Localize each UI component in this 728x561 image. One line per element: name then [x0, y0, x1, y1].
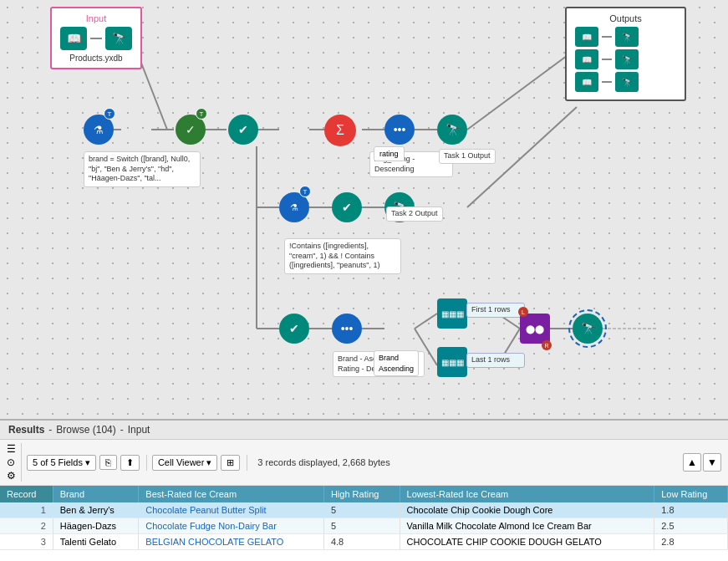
sample-icon-2: ▦▦▦ — [441, 358, 464, 367]
table-cell-3: 4.8 — [323, 534, 400, 550]
ellipsis-icon-1: ••• — [394, 123, 406, 136]
table-cell-2: BELGIAN CHOCOLATE GELATO — [139, 534, 324, 550]
browse-icon-1: 🔭 — [445, 123, 460, 136]
fields-chevron: ▾ — [85, 457, 90, 468]
filter-node-2[interactable]: ⚗ T — [279, 192, 309, 222]
cellviewer-chevron: ▾ — [206, 457, 211, 468]
toolbar-icon-settings[interactable]: ⚙ — [7, 470, 16, 482]
sample-icon-1: ▦▦▦ — [441, 309, 464, 319]
export-button[interactable]: ⬆ — [120, 455, 140, 471]
input-title: Input — [60, 13, 132, 23]
ellipsis-node-1[interactable]: ••• — [384, 115, 415, 145]
browse-node-1[interactable]: 🔭 — [437, 115, 467, 145]
join-l-badge: L — [518, 307, 528, 317]
check-icon-3: ✔ — [289, 322, 299, 335]
results-toolbar: ☰ ⊙ ⚙ 5 of 5 Fields ▾ ⎘ ⬆ Cell Viewer — [0, 440, 728, 486]
output-browse-3[interactable]: 🔭 — [615, 72, 639, 92]
table-row[interactable]: 3Talenti GelatoBELGIAN CHOCOLATE GELATO4… — [0, 534, 728, 550]
svg-line-22 — [467, 48, 577, 130]
join-icon: ⬤⬤ — [526, 324, 544, 334]
table-cell-4: Vanilla Milk Chocolate Almond Ice Cream … — [400, 518, 654, 534]
table-row[interactable]: 1Ben & Jerry'sChocolate Peanut Butter Sp… — [0, 502, 728, 518]
rating-tooltip: rating — [374, 146, 405, 161]
toolbar-icon-list[interactable]: ☰ — [7, 443, 16, 455]
results-table-container: Record Brand Best-Rated Ice Cream High R… — [0, 486, 728, 561]
filter-label: !Contains ([ingredients], "cream", 1) &&… — [284, 238, 401, 274]
check1-t-badge: T — [196, 108, 207, 120]
table-cell-5: 1.8 — [654, 502, 728, 518]
output-browse-1[interactable]: 🔭 — [615, 27, 639, 47]
green-check-icon: ✔ — [238, 123, 248, 136]
copy-icon: ⎘ — [105, 457, 111, 467]
cell-viewer-button[interactable]: Cell Viewer ▾ — [152, 455, 217, 471]
fields-label: 5 of 5 Fields — [33, 457, 83, 467]
export-icon: ⬆ — [126, 457, 134, 468]
next-arrow[interactable]: ▼ — [703, 453, 721, 472]
check-node-3[interactable]: ✔ — [279, 314, 309, 344]
col-record: Record — [0, 486, 53, 502]
sample-node-2[interactable]: ▦▦▦ — [437, 347, 467, 377]
output-book-1[interactable]: 📖 — [575, 27, 598, 47]
col-brand: Brand — [53, 486, 139, 502]
sample-node-1[interactable]: ▦▦▦ — [437, 298, 467, 329]
table-cell-4: Chocolate Chip Cookie Dough Core — [400, 502, 654, 518]
sort-direction: Ascending — [379, 364, 414, 375]
first-rows-label: First 1 rows — [466, 303, 525, 318]
formula-node[interactable]: ⚗ T — [84, 115, 114, 145]
main-container: Input 📖 🔭 Products.yxdb Outputs 📖 🔭 — [0, 0, 728, 561]
check-icon-2: ✔ — [342, 201, 352, 214]
fields-button[interactable]: 5 of 5 Fields ▾ — [27, 455, 96, 471]
task2-label: Task 2 Output — [386, 207, 443, 222]
canvas-area: Input 📖 🔭 Products.yxdb Outputs 📖 🔭 — [0, 0, 728, 419]
check-node-2[interactable]: ✔ — [332, 192, 362, 222]
results-panel: Results - Browse (104) - Input ☰ ⊙ ⚙ 5 o… — [0, 419, 728, 561]
check-node-1[interactable]: ✓ T — [176, 115, 206, 145]
output-book-3[interactable]: 📖 — [575, 72, 598, 92]
results-dash2: - — [120, 424, 124, 436]
filter-icon-2: ⚗ — [290, 202, 298, 213]
join-node[interactable]: ⬤⬤ L R — [520, 314, 550, 344]
table-cell-0: 3 — [0, 534, 53, 550]
sum-node[interactable]: Σ — [324, 115, 356, 146]
toolbar-icon-circle[interactable]: ⊙ — [7, 456, 16, 468]
book-icon: 📖 — [67, 32, 81, 45]
output-book-2[interactable]: 📖 — [575, 49, 598, 69]
output-row-1: 📖 🔭 — [575, 27, 676, 47]
table-cell-4: CHOCOLATE CHIP COOKIE DOUGH GELATO — [400, 534, 654, 550]
input-browse-node[interactable]: 🔭 — [105, 27, 132, 50]
output-row-2: 📖 🔭 — [575, 49, 676, 69]
table-cell-0: 1 — [0, 502, 53, 518]
fields-group: 5 of 5 Fields ▾ ⎘ ⬆ — [27, 455, 147, 471]
ellipsis-node-2[interactable]: ••• — [332, 314, 362, 344]
table-cell-0: 2 — [0, 518, 53, 534]
check-icon-1: ✓ — [186, 123, 196, 136]
formula-icon: ⚗ — [94, 124, 104, 136]
output-row-3: 📖 🔭 — [575, 72, 676, 92]
results-header: Results - Browse (104) - Input — [0, 421, 728, 440]
svg-line-0 — [138, 54, 167, 130]
ellipsis-icon-2: ••• — [341, 322, 354, 335]
results-table: Record Brand Best-Rated Ice Cream High R… — [0, 486, 728, 550]
last-rows-label: Last 1 rows — [466, 353, 525, 368]
task1-label: Task 1 Output — [439, 149, 496, 164]
input-book-node[interactable]: 📖 — [60, 27, 87, 50]
records-count: 3 records displayed, 2,668 bytes — [257, 457, 389, 467]
browse-node-3[interactable]: 🔭 — [573, 314, 603, 344]
table-cell-2: Chocolate Fudge Non-Dairy Bar — [139, 518, 324, 534]
table-cell-5: 2.8 — [654, 534, 728, 550]
output-browse-2[interactable]: 🔭 — [615, 49, 639, 69]
pipe-button[interactable]: ⊞ — [221, 455, 240, 471]
nav-arrows: ▲ ▼ — [683, 453, 721, 472]
input-box: Input 📖 🔭 Products.yxdb — [50, 7, 142, 69]
table-header-row: Record Brand Best-Rated Ice Cream High R… — [0, 486, 728, 502]
table-cell-2: Chocolate Peanut Butter Split — [139, 502, 324, 518]
results-title: Results — [8, 424, 44, 436]
prev-arrow[interactable]: ▲ — [683, 453, 701, 472]
table-row[interactable]: 2Häagen-DazsChocolate Fudge Non-Dairy Ba… — [0, 518, 728, 534]
green-check-node[interactable]: ✔ — [228, 115, 258, 145]
browse-label: Browse (104) — [56, 424, 115, 436]
col-low-rating: Low Rating — [654, 486, 728, 502]
outputs-box: Outputs 📖 🔭 📖 🔭 📖 🔭 — [565, 7, 686, 101]
copy-button[interactable]: ⎘ — [99, 455, 117, 470]
formula-t-badge: T — [104, 108, 115, 120]
